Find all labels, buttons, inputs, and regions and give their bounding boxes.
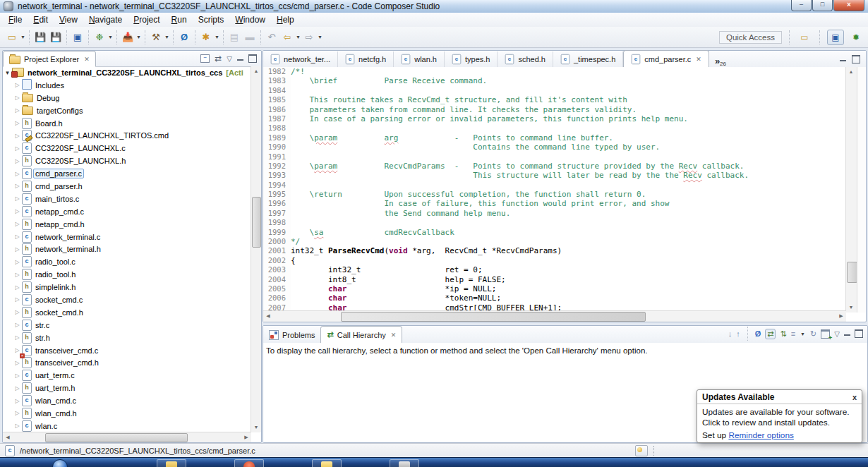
expander-icon[interactable]: ▷ <box>13 347 22 353</box>
focus-on-icon[interactable]: Ø <box>755 329 761 338</box>
code-line[interactable]: 2000*/ <box>263 237 846 246</box>
hammer-dropdown-icon[interactable]: ▼ <box>164 35 170 40</box>
expander-icon[interactable]: ▷ <box>13 133 22 139</box>
taskbar-item[interactable] <box>312 459 342 467</box>
expander-icon[interactable]: ▷ <box>13 284 22 291</box>
code-line[interactable]: 1996 In case of failure, this function w… <box>263 199 846 208</box>
code-line[interactable]: 1989 \param arg - Points to command line… <box>263 133 846 142</box>
expander-icon[interactable]: ▷ <box>13 246 22 253</box>
expander-icon[interactable]: ▷ <box>13 158 22 164</box>
editor-tab--timespec-h[interactable]: c_timespec.h <box>553 51 623 67</box>
code-line[interactable]: 2003 int32_t ret = 0; <box>263 265 846 274</box>
tree-vertical-scrollbar[interactable]: ▲ ▼ <box>251 66 261 432</box>
external-tools-dropdown-icon[interactable]: ▼ <box>214 35 220 40</box>
taskbar-item[interactable] <box>157 459 186 467</box>
menu-help[interactable]: Help <box>271 13 300 26</box>
quick-access-button[interactable]: Quick Access <box>719 31 782 44</box>
expander-icon[interactable]: ▷ <box>13 309 22 315</box>
code-line[interactable]: 1984 <box>263 86 846 95</box>
back-history-icon[interactable]: ↶ <box>265 30 279 45</box>
tree-horizontal-scrollbar[interactable]: ◀ ▶ <box>3 432 251 442</box>
menu-edit[interactable]: Edit <box>28 13 54 26</box>
tree-item[interactable]: ▷hsimplelink.h <box>3 281 251 293</box>
scroll-up-icon[interactable]: ▲ <box>846 67 856 77</box>
debug-icon[interactable]: ❉ <box>92 30 107 45</box>
expander-icon[interactable]: ▷ <box>13 272 22 278</box>
expander-icon[interactable]: ▷ <box>13 95 22 101</box>
layout-dropdown-icon[interactable]: ▼ <box>800 332 806 336</box>
tree-item[interactable]: ▷cstr.c <box>3 319 251 332</box>
menu-view[interactable]: View <box>54 13 83 26</box>
scroll-left-icon[interactable]: ◀ <box>263 311 273 321</box>
expander-icon[interactable]: ▷ <box>13 410 22 416</box>
editor-vertical-scrollbar[interactable]: ▲ ▼ <box>845 67 857 313</box>
code-line[interactable]: 1993 This structure will later be read b… <box>263 171 846 180</box>
code-line[interactable]: 1998 <box>263 218 846 227</box>
tree-item[interactable]: ▷cradio_tool.c <box>3 255 251 268</box>
restore-button[interactable]: □ <box>812 0 833 11</box>
menu-project[interactable]: Project <box>128 13 165 26</box>
external-tools-icon[interactable]: ✱ <box>199 30 213 45</box>
ccs-edit-perspective-button[interactable]: ▣ <box>827 30 844 45</box>
code-line[interactable]: 1999 \sa cmdRecvCallback <box>263 228 846 237</box>
tab-problems[interactable]: Problems <box>263 327 320 343</box>
expander-icon[interactable]: ▷ <box>13 423 22 429</box>
expander-icon[interactable]: ▷ <box>13 183 22 189</box>
code-line[interactable]: 1986 parameters taken from command line.… <box>263 105 846 114</box>
expander-icon[interactable]: ▷ <box>13 334 22 341</box>
code-line[interactable]: 1994 <box>263 181 846 190</box>
tree-item[interactable]: ▷hcmd_parser.h <box>3 180 251 193</box>
minimize-view-icon[interactable] <box>844 332 850 336</box>
taskbar-item[interactable] <box>390 459 419 467</box>
code-line[interactable]: 1987 In case of a parsing error or inval… <box>263 114 846 123</box>
tree-item[interactable]: ▷hnetapp_cmd.h <box>3 218 251 231</box>
expander-icon[interactable]: ▷ <box>13 233 22 240</box>
previous-icon[interactable]: ↑ <box>736 329 740 338</box>
code-line[interactable]: 1985 This routine takes a RecvCmd_t stru… <box>263 95 846 104</box>
code-editor[interactable]: 1982/*!1983 \brief Parse Receive command… <box>263 67 846 313</box>
code-line[interactable]: 2002{ <box>263 256 846 265</box>
tree-item[interactable]: ▷hstr.h <box>3 332 251 344</box>
code-line[interactable]: 1991 <box>263 152 846 162</box>
save-icon[interactable]: 💾 <box>33 30 47 45</box>
minimize-button[interactable]: – <box>791 0 812 11</box>
taskbar-item[interactable] <box>234 459 264 467</box>
tree-item[interactable]: ▷Debug <box>3 92 251 104</box>
editor-tab-netcfg-h[interactable]: cnetcfg.h <box>338 51 394 67</box>
new-wizard-icon[interactable]: ▭ <box>5 30 19 45</box>
tree-item[interactable]: ▷Includes <box>3 79 251 92</box>
editor-tab-network-ter-[interactable]: cnetwork_ter... <box>263 51 338 67</box>
code-line[interactable]: 2006 char *token=NULL; <box>263 293 846 303</box>
tab-project-explorer[interactable]: Project Explorer ✕ <box>3 51 96 67</box>
expander-icon[interactable]: ▷ <box>13 171 22 177</box>
expander-icon[interactable]: ▷ <box>13 259 22 265</box>
expander-icon[interactable]: ▷ <box>13 322 22 328</box>
overview-ruler[interactable] <box>857 67 866 313</box>
expander-icon[interactable]: ▷ <box>13 208 22 214</box>
menu-file[interactable]: File <box>3 13 28 26</box>
collapse-all-icon[interactable]: − <box>200 54 210 63</box>
back-dropdown-icon[interactable]: ▼ <box>295 35 301 40</box>
link-with-editor-icon[interactable]: ⇄ <box>215 54 222 63</box>
code-line[interactable]: 1983 \brief Parse Receive command. <box>263 76 846 85</box>
tree-item[interactable]: ▷targetConfigs <box>3 104 251 117</box>
tree-item[interactable]: ▷hBoard.h <box>3 117 251 130</box>
annotation-icon[interactable]: ▤ <box>227 30 241 45</box>
ccs-debug-perspective-button[interactable]: ✹ <box>848 30 864 44</box>
build-dropdown-icon[interactable]: ▼ <box>135 35 142 40</box>
forward-dropdown-icon[interactable]: ▼ <box>317 35 323 40</box>
tree-item[interactable]: ▷csocket_cmd.c <box>3 293 251 306</box>
open-perspective-icon[interactable]: ▭ <box>797 30 812 44</box>
view-menu-icon[interactable]: ▽ <box>834 330 840 338</box>
editor-tab-types-h[interactable]: ctypes.h <box>445 51 498 67</box>
scrollbar-thumb[interactable] <box>847 262 857 283</box>
tree-item[interactable]: ▷cCC3220SF_LAUNCHXL_TIRTOS.cmd <box>3 129 251 142</box>
caller-hierarchy-button[interactable]: ⇄ <box>765 329 776 339</box>
scrollbar-thumb[interactable] <box>252 197 261 248</box>
tree-item[interactable]: ▷ccmd_parser.c <box>3 167 251 180</box>
minimize-view-icon[interactable] <box>237 57 243 61</box>
expander-icon[interactable]: ▷ <box>13 296 22 303</box>
expander-icon[interactable]: ▷ <box>13 120 22 126</box>
editor-horizontal-scrollbar[interactable]: ◀ ▶ <box>263 310 846 322</box>
expander-icon[interactable]: ▷ <box>13 385 22 392</box>
